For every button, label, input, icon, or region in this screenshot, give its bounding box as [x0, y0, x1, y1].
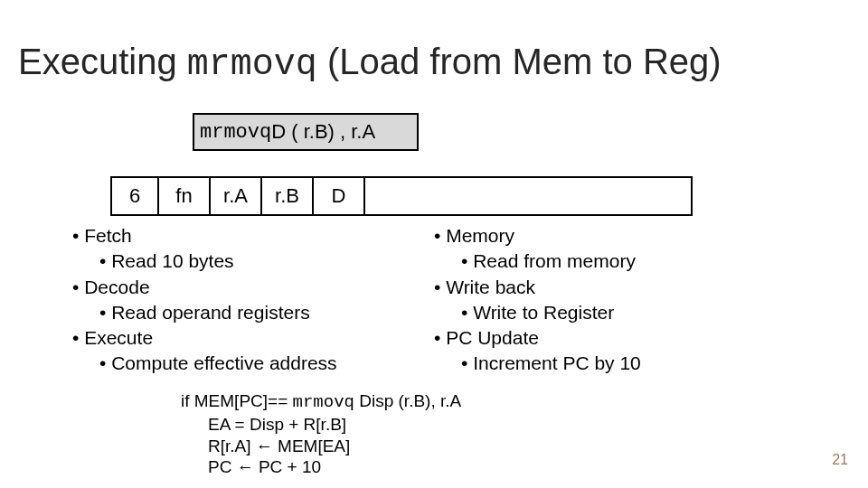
pseudo-line-4: PC ← PC + 10 [208, 456, 461, 478]
fetch-sub: Read 10 bytes [99, 249, 434, 273]
pc-heading: PC Update [434, 325, 796, 350]
fetch-heading: Fetch [72, 223, 434, 248]
bullets: Fetch Read 10 bytes Decode Read operand … [72, 222, 796, 377]
encoding-cell-rb: r.B [262, 178, 314, 214]
writeback-sub: Write to Register [461, 300, 796, 324]
execute-sub: Compute effective address [99, 351, 434, 375]
pseudo-l1a: if MEM[PC]== [181, 391, 293, 410]
encoding-cell-fn: fn [159, 178, 211, 214]
pseudo-l1b: mrmovq [293, 392, 354, 412]
decode-sub: Read operand registers [99, 300, 434, 324]
pseudo-line-1: if MEM[PC]== mrmovq Disp (r.B), r.A [181, 390, 461, 414]
memory-sub: Read from memory [461, 249, 796, 273]
syntax-box: mrmovq D ( r.B) , r.A [193, 113, 419, 151]
title-post: (Load from Mem to Reg) [317, 42, 722, 81]
memory-heading: Memory [434, 223, 796, 248]
syntax-rest: D ( r.B) , r.A [271, 120, 375, 144]
encoding-cell-d: D [314, 178, 365, 214]
pseudocode: if MEM[PC]== mrmovq Disp (r.B), r.A EA =… [181, 390, 461, 478]
slide-title: Executing mrmovq (Load from Mem to Reg) [18, 43, 722, 83]
pseudo-line-3: R[r.A] ← MEM[EA] [208, 436, 461, 457]
encoding-cell-rest [365, 178, 691, 214]
syntax-mono: mrmovq [200, 121, 271, 144]
encoding-row: 6 fn r.A r.B D [110, 176, 693, 216]
decode-heading: Decode [72, 275, 434, 299]
pc-sub: Increment PC by 10 [461, 351, 796, 375]
title-pre: Executing [18, 42, 187, 81]
page-number: 21 [832, 452, 848, 468]
execute-heading: Execute [72, 325, 434, 350]
title-mono: mrmovq [187, 44, 317, 85]
pseudo-l1c: Disp (r.B), r.A [354, 391, 461, 410]
pseudo-line-2: EA = Disp + R[r.B] [208, 414, 461, 436]
encoding-cell-opcode: 6 [112, 178, 159, 214]
writeback-heading: Write back [434, 275, 796, 299]
encoding-cell-ra: r.A [211, 178, 262, 214]
